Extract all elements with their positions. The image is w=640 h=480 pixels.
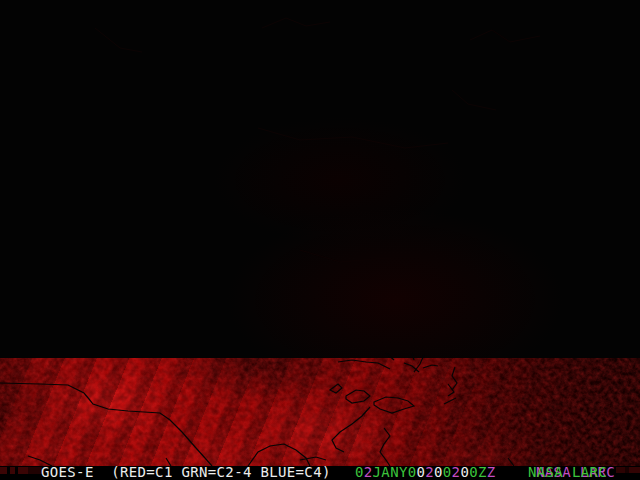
timestamp-char: 0: [443, 464, 452, 480]
timestamp-char: 2: [364, 464, 373, 480]
annotation-bar: GOES-E (RED=C1 GRN=C2-4 BLUE=C4) 02JANY0…: [0, 466, 640, 480]
image-remnant-pixels-right: [616, 467, 640, 473]
agency-label-green: NASA LARC: [528, 466, 607, 480]
timestamp-char: A: [381, 464, 390, 480]
timestamp-char: Z: [478, 464, 487, 480]
night-region: [0, 0, 640, 358]
timestamp-char: 0: [469, 464, 478, 480]
imagery-noise-texture: [0, 358, 640, 466]
timestamp-char: 2: [425, 464, 434, 480]
timestamp-char: 0: [460, 464, 469, 480]
timestamp-char: Y: [399, 464, 408, 480]
timestamp-char: 0: [434, 464, 443, 480]
timestamp-char: 0: [355, 464, 364, 480]
faint-map-outline: [0, 0, 640, 358]
image-remnant-pixels-left: [0, 467, 42, 474]
timestamp-char: 0: [416, 464, 425, 480]
visible-imagery-band: [0, 358, 640, 466]
timestamp-char: N: [390, 464, 399, 480]
satellite-display-frame: GOES-E (RED=C1 GRN=C2-4 BLUE=C4) 02JANY0…: [0, 0, 640, 480]
timestamp-char: Z: [487, 464, 496, 480]
timestamp-label: 02JANY00200200ZZ: [355, 466, 496, 480]
instrument-channel-label: GOES-E (RED=C1 GRN=C2-4 BLUE=C4): [41, 466, 331, 480]
